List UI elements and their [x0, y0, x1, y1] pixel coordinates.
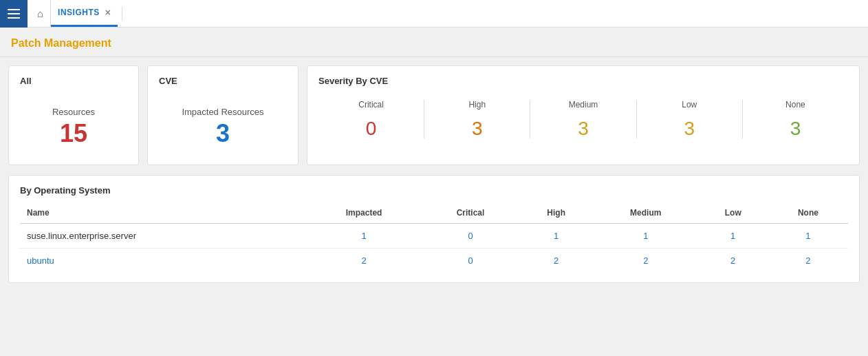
main-content: All Resources 15 CVE Impacted Resources …: [0, 57, 868, 291]
severity-col-none: None 3: [743, 100, 848, 138]
col-header-high: High: [519, 204, 593, 224]
severity-label-low: Low: [682, 100, 697, 109]
page-title: Patch Management: [11, 37, 857, 50]
severity-value-low: 3: [684, 119, 695, 138]
row-suse-none[interactable]: 1: [768, 224, 848, 249]
card-cve-metric-value: 3: [216, 121, 230, 146]
tab-close-button[interactable]: ×: [105, 8, 111, 17]
severity-col-medium: Medium 3: [530, 100, 636, 138]
hamburger-line-2: [8, 13, 20, 14]
table-row: suse.linux.enterprise.server 1 0 1 1 1 1: [20, 224, 848, 249]
card-all-metric-label: Resources: [52, 107, 95, 117]
nav-separator: [122, 7, 122, 21]
row-ubuntu-critical[interactable]: 0: [422, 249, 519, 273]
page-title-highlight: Management: [41, 37, 111, 49]
tab-insights[interactable]: INSIGHTS ×: [51, 0, 118, 27]
page-header: Patch Management: [0, 28, 868, 57]
severity-value-critical: 0: [366, 119, 377, 138]
card-cve-metric: Impacted Resources 3: [159, 100, 287, 153]
os-section: By Operating System Name Impacted Critic…: [8, 175, 860, 283]
card-all-metric-value: 15: [60, 121, 87, 146]
severity-col-critical: Critical 0: [318, 100, 424, 138]
row-ubuntu-none[interactable]: 2: [768, 249, 848, 273]
col-header-medium: Medium: [594, 204, 698, 224]
card-all-metric: Resources 15: [20, 100, 127, 153]
table-row: ubuntu 2 0 2 2 2 2: [20, 249, 848, 273]
card-cve: CVE Impacted Resources 3: [147, 65, 299, 165]
hamburger-button[interactable]: [0, 0, 28, 28]
row-suse-medium[interactable]: 1: [594, 224, 698, 249]
card-cve-metric-label: Impacted Resources: [182, 107, 263, 117]
hamburger-line-1: [8, 9, 20, 10]
severity-label-high: High: [468, 100, 486, 109]
card-all-title: All: [20, 76, 127, 86]
card-cve-title: CVE: [159, 76, 287, 86]
row-suse-impacted[interactable]: 1: [306, 224, 422, 249]
home-icon: ⌂: [37, 8, 43, 19]
severity-col-high: High 3: [424, 100, 530, 138]
os-table-body: suse.linux.enterprise.server 1 0 1 1 1 1…: [20, 224, 848, 273]
card-severity: Severity By CVE Critical 0 High 3 Medium…: [307, 65, 860, 165]
severity-grid: Critical 0 High 3 Medium 3 Low 3 None: [318, 100, 848, 155]
os-table: Name Impacted Critical High Medium Low N…: [20, 204, 848, 273]
severity-label-none: None: [785, 100, 805, 109]
os-table-header: Name Impacted Critical High Medium Low N…: [20, 204, 848, 224]
hamburger-line-3: [8, 17, 20, 19]
row-ubuntu-high[interactable]: 2: [519, 249, 593, 273]
row-suse-low[interactable]: 1: [698, 224, 768, 249]
col-header-impacted: Impacted: [306, 204, 422, 224]
top-navigation: ⌂ INSIGHTS ×: [0, 0, 868, 28]
cards-row: All Resources 15 CVE Impacted Resources …: [8, 65, 860, 165]
severity-label-medium: Medium: [569, 100, 598, 109]
col-header-critical: Critical: [422, 204, 519, 224]
tab-home[interactable]: ⌂: [30, 0, 51, 27]
os-table-header-row: Name Impacted Critical High Medium Low N…: [20, 204, 848, 224]
nav-tabs: ⌂ INSIGHTS ×: [30, 0, 127, 27]
row-ubuntu-low[interactable]: 2: [698, 249, 768, 273]
severity-value-none: 3: [790, 119, 801, 138]
card-severity-title: Severity By CVE: [318, 76, 848, 86]
col-header-none: None: [768, 204, 848, 224]
row-name-suse: suse.linux.enterprise.server: [20, 224, 306, 249]
page-title-prefix: Patch: [11, 37, 41, 49]
tab-insights-label: INSIGHTS: [58, 8, 100, 17]
severity-label-critical: Critical: [358, 100, 384, 109]
row-ubuntu-medium[interactable]: 2: [594, 249, 698, 273]
col-header-low: Low: [698, 204, 768, 224]
row-suse-high[interactable]: 1: [519, 224, 593, 249]
severity-col-low: Low 3: [637, 100, 743, 138]
card-all: All Resources 15: [8, 65, 139, 165]
os-section-title: By Operating System: [20, 185, 848, 196]
row-suse-critical[interactable]: 0: [422, 224, 519, 249]
severity-value-medium: 3: [578, 119, 589, 138]
row-name-ubuntu[interactable]: ubuntu: [20, 249, 306, 273]
severity-value-high: 3: [472, 119, 483, 138]
col-header-name: Name: [20, 204, 306, 224]
row-ubuntu-impacted[interactable]: 2: [306, 249, 422, 273]
